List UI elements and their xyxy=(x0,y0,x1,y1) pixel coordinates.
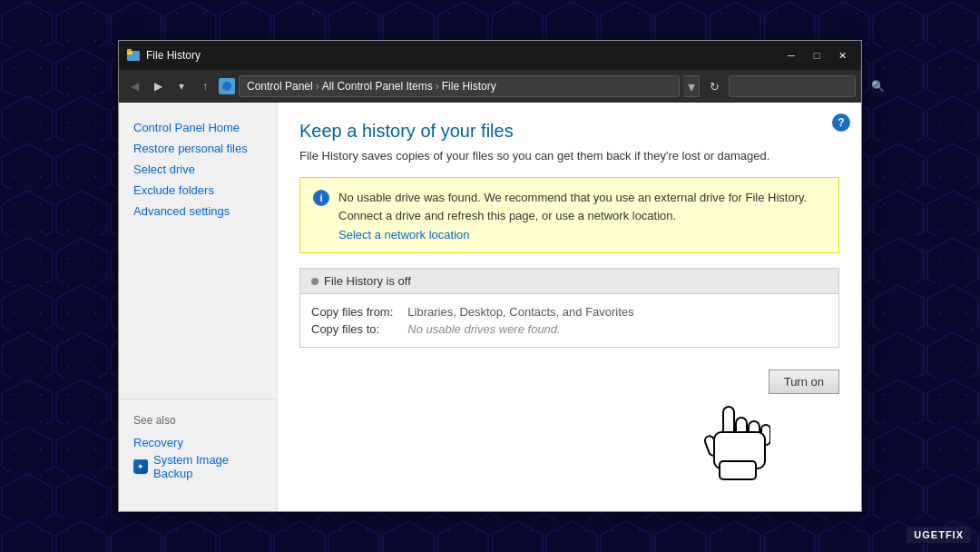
sidebar-item-advanced-settings[interactable]: Advanced settings xyxy=(119,201,277,222)
forward-button[interactable]: ▶ xyxy=(148,76,168,96)
search-input[interactable] xyxy=(735,80,871,93)
shield-icon: ✦ xyxy=(133,459,148,474)
see-also-label: See also xyxy=(133,414,262,427)
status-indicator xyxy=(311,278,318,285)
address-bar: ◀ ▶ ▾ ↑ Control Panel › All Control Pane… xyxy=(119,70,861,103)
copy-to-label: Copy files to: xyxy=(311,322,393,336)
cursor-overlay xyxy=(689,393,770,484)
help-button[interactable]: ? xyxy=(832,113,850,132)
copy-to-value: No usable drives were found. xyxy=(407,322,828,336)
system-image-backup-label: System Image Backup xyxy=(153,453,262,480)
page-title: Keep a history of your files xyxy=(299,121,839,142)
status-header: File History is off xyxy=(300,269,838,294)
svg-point-3 xyxy=(222,82,231,91)
path-item-control-panel: Control Panel xyxy=(247,80,313,93)
status-details: Copy files from: Libraries, Desktop, Con… xyxy=(300,294,838,347)
main-window: File History ─ □ ✕ ◀ ▶ ▾ ↑ Control Panel… xyxy=(118,40,862,512)
sidebar: Control Panel Home Restore personal file… xyxy=(119,103,278,511)
search-icon: 🔍 xyxy=(871,80,885,93)
svg-rect-2 xyxy=(127,49,132,52)
info-banner: i No usable drive was found. We recommen… xyxy=(299,177,839,253)
sidebar-item-control-panel-home[interactable]: Control Panel Home xyxy=(119,117,277,138)
info-icon: i xyxy=(313,190,329,206)
status-text: File History is off xyxy=(324,274,411,288)
sidebar-footer-recovery[interactable]: Recovery xyxy=(133,434,262,451)
maximize-button[interactable]: □ xyxy=(805,46,828,64)
copy-from-label: Copy files from: xyxy=(311,305,393,319)
sidebar-item-select-drive[interactable]: Select drive xyxy=(119,159,277,180)
svg-rect-5 xyxy=(736,418,747,447)
window-title: File History xyxy=(146,49,779,62)
info-content: No usable drive was found. We recommend … xyxy=(338,189,826,242)
back-button[interactable]: ◀ xyxy=(124,76,144,96)
info-message: No usable drive was found. We recommend … xyxy=(338,191,807,222)
path-item-all-control-panel: All Control Panel Items xyxy=(322,80,433,93)
path-icon xyxy=(219,78,235,94)
sidebar-footer-system-image-backup[interactable]: ✦ System Image Backup xyxy=(133,451,262,482)
title-bar: File History ─ □ ✕ xyxy=(119,41,861,70)
window-controls: ─ □ ✕ xyxy=(779,46,854,64)
svg-rect-6 xyxy=(749,421,760,447)
refresh-button[interactable]: ↻ xyxy=(703,75,725,97)
copy-from-value: Libraries, Desktop, Contacts, and Favori… xyxy=(407,305,828,319)
sidebar-footer: See also Recovery ✦ System Image Backup xyxy=(119,399,277,497)
path-dropdown-button[interactable]: ▾ xyxy=(683,75,700,97)
svg-rect-4 xyxy=(723,407,734,439)
sidebar-item-restore-personal-files[interactable]: Restore personal files xyxy=(119,138,277,159)
turn-on-button[interactable]: Turn on xyxy=(769,370,839,394)
close-button[interactable]: ✕ xyxy=(830,46,854,64)
svg-rect-10 xyxy=(720,461,756,479)
watermark: UGETFIX xyxy=(906,527,971,543)
sidebar-item-exclude-folders[interactable]: Exclude folders xyxy=(119,180,277,201)
main-content: Control Panel Home Restore personal file… xyxy=(119,103,861,511)
search-box[interactable]: 🔍 xyxy=(729,75,856,97)
svg-rect-8 xyxy=(704,435,720,457)
svg-rect-9 xyxy=(714,432,765,468)
status-box: File History is off Copy files from: Lib… xyxy=(299,268,839,348)
up-button[interactable]: ↑ xyxy=(195,76,215,96)
svg-rect-7 xyxy=(761,425,770,445)
recent-locations-button[interactable]: ▾ xyxy=(172,76,191,96)
address-path[interactable]: Control Panel › All Control Panel Items … xyxy=(239,75,680,97)
window-icon xyxy=(126,48,141,63)
minimize-button[interactable]: ─ xyxy=(779,46,803,64)
page-subtitle: File History saves copies of your files … xyxy=(299,149,839,163)
network-location-link[interactable]: Select a network location xyxy=(338,228,826,242)
content-panel: ? Keep a history of your files File Hist… xyxy=(278,103,861,511)
path-item-file-history: File History xyxy=(442,80,496,93)
sidebar-nav: Control Panel Home Restore personal file… xyxy=(119,117,277,391)
recovery-label: Recovery xyxy=(133,436,183,449)
